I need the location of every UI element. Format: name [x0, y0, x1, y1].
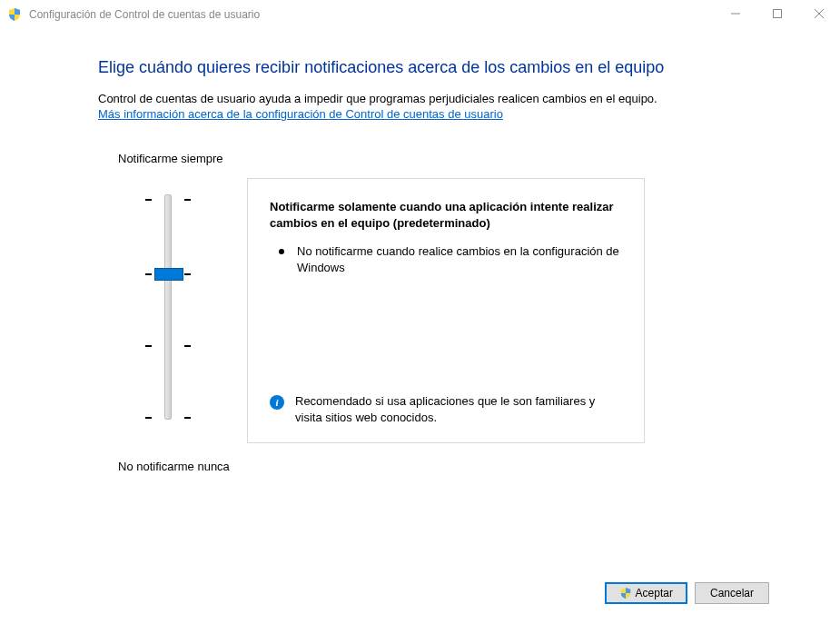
maximize-button[interactable] [756, 0, 798, 27]
ok-button-label: Aceptar [636, 587, 673, 599]
bullet-icon [279, 249, 284, 254]
slider-top-label: Notificarme siempre [118, 152, 776, 165]
slider-bottom-label: No notificarme nunca [118, 460, 776, 473]
footer-buttons: Aceptar Cancelar [605, 582, 769, 604]
level-description-box: Notificarme solamente cuando una aplicac… [247, 178, 645, 443]
level-bullet: No notificarme cuando realice cambios en… [279, 243, 622, 276]
window-title: Configuración de Control de cuentas de u… [29, 8, 715, 21]
notification-slider[interactable] [118, 178, 218, 425]
slider-tick [184, 345, 191, 347]
close-button[interactable] [798, 0, 840, 27]
level-title: Notificarme solamente cuando una aplicac… [270, 199, 622, 231]
titlebar: Configuración de Control de cuentas de u… [0, 0, 840, 29]
slider-tick [145, 345, 152, 347]
content-area: Elige cuándo quieres recibir notificacio… [0, 29, 840, 473]
slider-tick [184, 417, 191, 419]
slider-tick [145, 199, 152, 201]
shield-icon [619, 587, 632, 599]
svg-rect-1 [774, 10, 782, 18]
recommendation-row: i Recomendado si usa aplicaciones que le… [270, 393, 622, 426]
shield-icon [7, 7, 22, 22]
slider-tick [145, 273, 152, 275]
cancel-button-label: Cancelar [710, 587, 754, 599]
more-info-link[interactable]: Más información acerca de la configuraci… [98, 107, 503, 121]
page-heading: Elige cuándo quieres recibir notificacio… [98, 58, 776, 77]
slider-section: Notificarme siempre Notificarme solament… [118, 152, 776, 473]
recommendation-text: Recomendado si usa aplicaciones que le s… [295, 393, 622, 426]
slider-tick [145, 417, 152, 419]
ok-button[interactable]: Aceptar [605, 582, 687, 604]
window-controls [715, 0, 840, 29]
slider-tick [184, 199, 191, 201]
info-icon: i [270, 395, 284, 410]
cancel-button[interactable]: Cancelar [695, 582, 769, 604]
page-subtext: Control de cuentas de usuario ayuda a im… [98, 92, 776, 105]
slider-thumb[interactable] [154, 268, 183, 281]
slider-tick [184, 273, 191, 275]
level-bullet-text: No notificarme cuando realice cambios en… [297, 243, 622, 276]
minimize-button[interactable] [715, 0, 756, 27]
